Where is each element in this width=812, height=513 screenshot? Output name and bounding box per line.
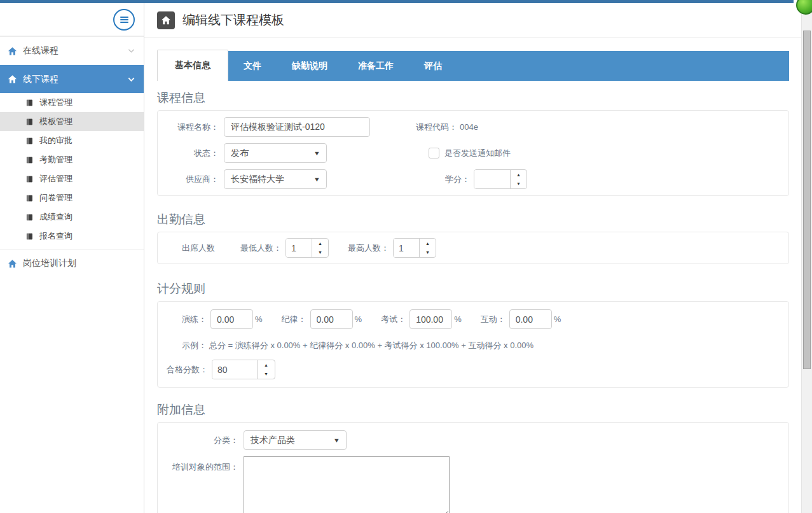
section-title-additional: 附加信息 — [157, 403, 789, 417]
sidebar-item-attendance-management[interactable]: 考勤管理 — [0, 150, 144, 169]
sidebar-item-my-approvals[interactable]: 我的审批 — [0, 131, 144, 150]
discipline-percent-input[interactable] — [310, 309, 353, 329]
min-people-input[interactable] — [286, 239, 312, 257]
page-scrollbar[interactable] — [801, 0, 812, 513]
book-icon — [25, 213, 34, 221]
book-icon — [25, 137, 34, 145]
interaction-percent-input[interactable] — [509, 309, 552, 329]
book-icon — [25, 194, 34, 202]
stepper-down-icon[interactable]: ▼ — [312, 248, 328, 258]
panel-attendance: 出席人数 最低人数： ▲ ▼ 最高人数： — [157, 232, 789, 264]
chevron-down-icon — [128, 77, 135, 82]
notify-email-label: 是否发送通知邮件 — [444, 148, 511, 159]
credit-stepper: ▲ ▼ — [474, 169, 527, 189]
panel-course-info: 课程名称： 课程代码： 004e 状态： 发布 ▼ 是否发送通知邮件 — [157, 110, 789, 196]
submenu-label: 成绩查询 — [39, 211, 72, 223]
section-title-course-info: 课程信息 — [157, 91, 789, 105]
sidebar: 在线课程 线下课程 课程管理 模板管理 — [0, 3, 144, 513]
course-code-label: 课程代码： — [416, 122, 457, 133]
interaction-label: 互动： — [481, 314, 506, 325]
sidebar-item-score-query[interactable]: 成绩查询 — [0, 207, 144, 227]
book-icon — [25, 99, 34, 107]
stepper-up-icon[interactable]: ▲ — [420, 239, 436, 248]
pass-score-input[interactable] — [212, 360, 257, 379]
page-title: 编辑线下课程模板 — [182, 11, 284, 29]
max-people-input[interactable] — [394, 239, 419, 257]
category-select[interactable]: 技术产品类 ▼ — [244, 430, 347, 450]
panel-additional: 分类： 技术产品类 ▼ 培训对象的范围： — [157, 422, 789, 513]
pass-score-label: 合格分数： — [167, 364, 208, 376]
tab-absence-notes[interactable]: 缺勤说明 — [277, 51, 343, 81]
percent-sign: % — [454, 314, 462, 324]
category-label: 分类： — [167, 435, 238, 446]
book-icon — [25, 232, 34, 241]
exam-label: 考试： — [381, 314, 406, 325]
submenu-label: 模板管理 — [39, 116, 72, 127]
supplier-selected-value: 长安福特大学 — [231, 174, 284, 185]
main-area: 编辑线下课程模板 基本信息 文件 缺勤说明 准备工作 评估 课程信息 课程名称： — [144, 3, 801, 513]
score-group-discipline: 纪律： % — [282, 309, 362, 329]
submenu-label: 考勤管理 — [39, 154, 72, 165]
caret-down-icon: ▼ — [313, 176, 320, 183]
sidebar-item-questionnaire-management[interactable]: 问卷管理 — [0, 188, 144, 207]
status-label: 状态： — [167, 148, 219, 159]
percent-sign: % — [355, 314, 362, 324]
example-formula: 总分 = 演练得分 x 0.00% + 纪律得分 x 0.00% + 考试得分 … — [209, 340, 533, 351]
stepper-down-icon[interactable]: ▼ — [511, 179, 526, 189]
score-group-exam: 考试： % — [381, 309, 462, 329]
home-icon — [8, 74, 17, 84]
stepper-down-icon[interactable]: ▼ — [420, 248, 436, 258]
course-code-value: 004e — [460, 122, 478, 132]
sidebar-item-online-courses[interactable]: 在线课程 — [0, 36, 144, 65]
status-select[interactable]: 发布 ▼ — [224, 143, 327, 163]
sidebar-item-assessment-management[interactable]: 评估管理 — [0, 169, 144, 188]
sidebar-item-label: 岗位培训计划 — [23, 258, 76, 269]
book-icon — [25, 118, 34, 126]
scrollbar-thumb[interactable] — [803, 31, 811, 369]
percent-sign: % — [255, 314, 263, 324]
home-icon — [157, 11, 175, 29]
score-group-interaction: 互动： % — [481, 309, 561, 329]
discipline-label: 纪律： — [282, 314, 306, 325]
min-people-label: 最低人数： — [240, 242, 282, 254]
sidebar-header — [0, 3, 144, 36]
sidebar-item-label: 线下课程 — [23, 74, 58, 85]
status-selected-value: 发布 — [231, 148, 249, 159]
sidebar-item-offline-courses[interactable]: 线下课程 — [0, 65, 144, 93]
pass-score-stepper: ▲ ▼ — [212, 360, 275, 379]
drill-percent-input[interactable] — [210, 309, 253, 329]
book-icon — [25, 175, 34, 183]
sidebar-item-template-management[interactable]: 模板管理 — [0, 112, 144, 131]
sidebar-item-course-management[interactable]: 课程管理 — [0, 93, 144, 112]
hamburger-icon — [120, 17, 128, 18]
app-window: 在线课程 线下课程 课程管理 模板管理 — [0, 0, 812, 513]
submenu-label: 问卷管理 — [39, 192, 72, 204]
sidebar-item-job-training-plan[interactable]: 岗位培训计划 — [0, 249, 144, 278]
stepper-down-icon[interactable]: ▼ — [258, 370, 275, 379]
tab-basic-info[interactable]: 基本信息 — [157, 50, 228, 81]
stepper-up-icon[interactable]: ▲ — [511, 170, 526, 179]
chevron-down-icon — [128, 48, 135, 53]
attendee-count-label: 出席人数 — [182, 242, 215, 254]
submenu-label: 课程管理 — [39, 97, 72, 108]
sidebar-toggle-button[interactable] — [113, 9, 135, 31]
drill-label: 演练： — [182, 314, 207, 325]
example-label: 示例： — [182, 340, 207, 351]
tab-evaluation[interactable]: 评估 — [409, 51, 457, 81]
stepper-up-icon[interactable]: ▲ — [312, 239, 328, 248]
stepper-up-icon[interactable]: ▲ — [258, 360, 275, 370]
credit-input[interactable] — [474, 170, 510, 188]
supplier-select[interactable]: 长安福特大学 ▼ — [224, 169, 327, 189]
training-audience-textarea[interactable] — [244, 456, 450, 513]
notify-email-checkbox[interactable] — [429, 148, 439, 158]
sidebar-item-label: 在线课程 — [23, 45, 58, 57]
tab-files[interactable]: 文件 — [228, 51, 277, 81]
home-icon — [8, 46, 17, 56]
tab-preparation[interactable]: 准备工作 — [343, 51, 409, 81]
exam-percent-input[interactable] — [409, 309, 452, 329]
min-people-stepper: ▲ ▼ — [286, 238, 329, 258]
page-header: 编辑线下课程模板 — [144, 3, 801, 38]
sidebar-item-registration-query[interactable]: 报名查询 — [0, 227, 144, 246]
tab-bar: 基本信息 文件 缺勤说明 准备工作 评估 — [157, 51, 789, 81]
course-name-input[interactable] — [224, 117, 370, 137]
